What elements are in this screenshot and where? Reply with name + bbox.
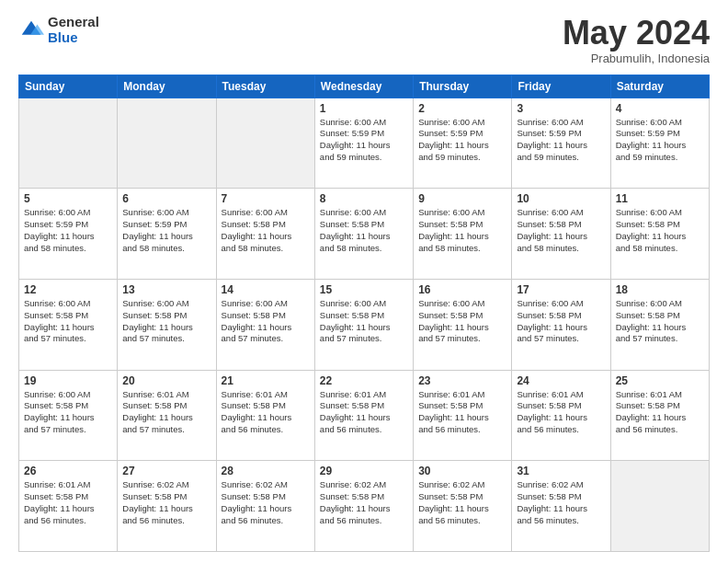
day-info: Sunrise: 6:01 AM Sunset: 5:58 PM Dayligh… — [122, 389, 210, 436]
day-number: 15 — [320, 283, 408, 296]
day-info: Sunrise: 6:01 AM Sunset: 5:58 PM Dayligh… — [24, 479, 112, 526]
day-number: 23 — [418, 374, 506, 387]
calendar-cell: 19Sunrise: 6:00 AM Sunset: 5:58 PM Dayli… — [19, 370, 118, 461]
calendar-week-row: 1Sunrise: 6:00 AM Sunset: 5:59 PM Daylig… — [19, 98, 710, 189]
day-number: 28 — [222, 465, 310, 477]
day-number: 9 — [418, 192, 506, 205]
day-info: Sunrise: 6:00 AM Sunset: 5:58 PM Dayligh… — [320, 207, 408, 254]
day-number: 5 — [24, 192, 112, 205]
weekday-header-wednesday: Wednesday — [314, 75, 413, 98]
day-info: Sunrise: 6:02 AM Sunset: 5:58 PM Dayligh… — [517, 479, 605, 526]
calendar-cell: 16Sunrise: 6:00 AM Sunset: 5:58 PM Dayli… — [414, 279, 512, 370]
day-info: Sunrise: 6:00 AM Sunset: 5:58 PM Dayligh… — [517, 207, 605, 254]
calendar-cell: 28Sunrise: 6:02 AM Sunset: 5:58 PM Dayli… — [216, 461, 314, 552]
day-info: Sunrise: 6:00 AM Sunset: 5:58 PM Dayligh… — [616, 207, 704, 254]
day-info: Sunrise: 6:00 AM Sunset: 5:59 PM Dayligh… — [517, 117, 605, 164]
calendar-cell — [610, 461, 709, 552]
calendar-header-row: SundayMondayTuesdayWednesdayThursdayFrid… — [19, 75, 710, 98]
calendar-table: SundayMondayTuesdayWednesdayThursdayFrid… — [18, 75, 710, 552]
day-info: Sunrise: 6:00 AM Sunset: 5:58 PM Dayligh… — [616, 298, 704, 345]
day-number: 16 — [418, 283, 506, 296]
weekday-header-saturday: Saturday — [610, 75, 709, 98]
day-info: Sunrise: 6:00 AM Sunset: 5:58 PM Dayligh… — [418, 207, 506, 254]
calendar-cell: 27Sunrise: 6:02 AM Sunset: 5:58 PM Dayli… — [118, 461, 216, 552]
day-number: 8 — [320, 192, 408, 205]
day-info: Sunrise: 6:01 AM Sunset: 5:58 PM Dayligh… — [222, 389, 310, 436]
day-number: 30 — [418, 465, 506, 477]
day-number: 3 — [517, 102, 605, 115]
day-info: Sunrise: 6:00 AM Sunset: 5:58 PM Dayligh… — [517, 298, 605, 345]
calendar-week-row: 12Sunrise: 6:00 AM Sunset: 5:58 PM Dayli… — [19, 279, 710, 370]
location-subtitle: Prabumulih, Indonesia — [563, 52, 710, 65]
calendar-cell: 15Sunrise: 6:00 AM Sunset: 5:58 PM Dayli… — [314, 279, 413, 370]
calendar-cell: 24Sunrise: 6:01 AM Sunset: 5:58 PM Dayli… — [512, 370, 610, 461]
day-number: 24 — [517, 374, 605, 387]
day-number: 7 — [222, 192, 310, 205]
day-number: 18 — [616, 283, 704, 296]
day-info: Sunrise: 6:01 AM Sunset: 5:58 PM Dayligh… — [320, 389, 408, 436]
day-number: 20 — [122, 374, 210, 387]
calendar-cell: 14Sunrise: 6:00 AM Sunset: 5:58 PM Dayli… — [216, 279, 314, 370]
calendar-cell: 30Sunrise: 6:02 AM Sunset: 5:58 PM Dayli… — [414, 461, 512, 552]
day-number: 10 — [517, 192, 605, 205]
day-info: Sunrise: 6:02 AM Sunset: 5:58 PM Dayligh… — [222, 479, 310, 526]
calendar-cell: 25Sunrise: 6:01 AM Sunset: 5:58 PM Dayli… — [610, 370, 709, 461]
logo-blue-text: Blue — [48, 30, 99, 46]
calendar-cell: 21Sunrise: 6:01 AM Sunset: 5:58 PM Dayli… — [216, 370, 314, 461]
logo-text: General Blue — [48, 15, 99, 45]
day-number: 6 — [122, 192, 210, 205]
calendar-cell: 8Sunrise: 6:00 AM Sunset: 5:58 PM Daylig… — [314, 189, 413, 280]
calendar-cell — [216, 98, 314, 189]
calendar-cell: 29Sunrise: 6:02 AM Sunset: 5:58 PM Dayli… — [314, 461, 413, 552]
day-info: Sunrise: 6:00 AM Sunset: 5:59 PM Dayligh… — [24, 207, 112, 254]
day-info: Sunrise: 6:01 AM Sunset: 5:58 PM Dayligh… — [517, 389, 605, 436]
day-number: 22 — [320, 374, 408, 387]
calendar-cell: 12Sunrise: 6:00 AM Sunset: 5:58 PM Dayli… — [19, 279, 118, 370]
day-number: 25 — [616, 374, 704, 387]
page: General Blue May 2024 Prabumulih, Indone… — [0, 0, 728, 563]
calendar-week-row: 19Sunrise: 6:00 AM Sunset: 5:58 PM Dayli… — [19, 370, 710, 461]
title-section: May 2024 Prabumulih, Indonesia — [563, 15, 710, 65]
calendar-week-row: 26Sunrise: 6:01 AM Sunset: 5:58 PM Dayli… — [19, 461, 710, 552]
day-info: Sunrise: 6:00 AM Sunset: 5:59 PM Dayligh… — [320, 117, 408, 164]
day-info: Sunrise: 6:02 AM Sunset: 5:58 PM Dayligh… — [122, 479, 210, 526]
day-number: 14 — [222, 283, 310, 296]
day-info: Sunrise: 6:00 AM Sunset: 5:58 PM Dayligh… — [418, 298, 506, 345]
weekday-header-tuesday: Tuesday — [216, 75, 314, 98]
day-info: Sunrise: 6:02 AM Sunset: 5:58 PM Dayligh… — [320, 479, 408, 526]
day-info: Sunrise: 6:00 AM Sunset: 5:58 PM Dayligh… — [222, 207, 310, 254]
logo-general-text: General — [48, 15, 99, 30]
day-number: 29 — [320, 465, 408, 477]
calendar-cell: 1Sunrise: 6:00 AM Sunset: 5:59 PM Daylig… — [314, 98, 413, 189]
day-info: Sunrise: 6:01 AM Sunset: 5:58 PM Dayligh… — [616, 389, 704, 436]
day-number: 11 — [616, 192, 704, 205]
day-number: 21 — [222, 374, 310, 387]
day-info: Sunrise: 6:00 AM Sunset: 5:58 PM Dayligh… — [320, 298, 408, 345]
day-info: Sunrise: 6:00 AM Sunset: 5:58 PM Dayligh… — [24, 389, 112, 436]
calendar-cell — [19, 98, 118, 189]
calendar-cell: 13Sunrise: 6:00 AM Sunset: 5:58 PM Dayli… — [118, 279, 216, 370]
day-number: 4 — [616, 102, 704, 115]
day-info: Sunrise: 6:00 AM Sunset: 5:58 PM Dayligh… — [222, 298, 310, 345]
day-info: Sunrise: 6:00 AM Sunset: 5:58 PM Dayligh… — [122, 298, 210, 345]
weekday-header-thursday: Thursday — [414, 75, 512, 98]
day-info: Sunrise: 6:02 AM Sunset: 5:58 PM Dayligh… — [418, 479, 506, 526]
day-number: 27 — [122, 465, 210, 477]
calendar-cell: 31Sunrise: 6:02 AM Sunset: 5:58 PM Dayli… — [512, 461, 610, 552]
calendar-cell: 17Sunrise: 6:00 AM Sunset: 5:58 PM Dayli… — [512, 279, 610, 370]
day-number: 2 — [418, 102, 506, 115]
day-number: 19 — [24, 374, 112, 387]
day-info: Sunrise: 6:01 AM Sunset: 5:58 PM Dayligh… — [418, 389, 506, 436]
calendar-cell: 26Sunrise: 6:01 AM Sunset: 5:58 PM Dayli… — [19, 461, 118, 552]
day-number: 1 — [320, 102, 408, 115]
logo: General Blue — [18, 15, 99, 45]
calendar-cell: 18Sunrise: 6:00 AM Sunset: 5:58 PM Dayli… — [610, 279, 709, 370]
day-number: 13 — [122, 283, 210, 296]
calendar-cell: 10Sunrise: 6:00 AM Sunset: 5:58 PM Dayli… — [512, 189, 610, 280]
weekday-header-monday: Monday — [118, 75, 216, 98]
day-info: Sunrise: 6:00 AM Sunset: 5:59 PM Dayligh… — [122, 207, 210, 254]
calendar-cell — [118, 98, 216, 189]
day-number: 26 — [24, 465, 112, 477]
day-number: 31 — [517, 465, 605, 477]
calendar-cell: 9Sunrise: 6:00 AM Sunset: 5:58 PM Daylig… — [414, 189, 512, 280]
